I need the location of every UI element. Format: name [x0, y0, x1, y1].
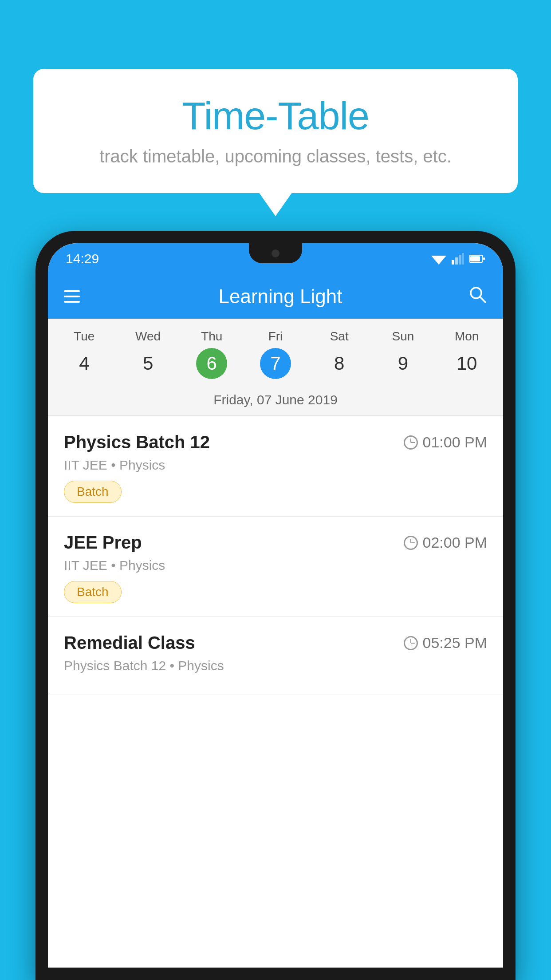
svg-line-9 [480, 297, 485, 302]
schedule-meta-3: Physics Batch 12 • Physics [64, 658, 487, 673]
hamburger-line-3 [64, 301, 80, 303]
day-10[interactable]: 10 [451, 348, 482, 379]
day-9[interactable]: 9 [387, 348, 418, 379]
schedule-title-2: JEE Prep [64, 533, 142, 553]
clock-icon-3 [404, 636, 418, 650]
time-label-3: 05:25 PM [422, 634, 487, 652]
search-icon[interactable] [468, 285, 487, 308]
day-label-mon: Mon [435, 327, 499, 346]
schedule-list: Physics Batch 12 01:00 PM IIT JEE • Phys… [48, 416, 503, 968]
svg-rect-4 [462, 253, 464, 265]
day-label-tue: Tue [52, 327, 116, 346]
svg-rect-2 [455, 257, 458, 265]
phone-inner: 14:29 [48, 243, 503, 968]
speech-bubble: Time-Table track timetable, upcoming cla… [33, 69, 518, 193]
day-8[interactable]: 8 [324, 348, 355, 379]
day-label-thu: Thu [180, 327, 244, 346]
day-5[interactable]: 5 [133, 348, 164, 379]
schedule-title-3: Remedial Class [64, 633, 195, 653]
svg-rect-6 [470, 256, 480, 261]
day-labels: Tue Wed Thu Fri Sat Sun Mon [48, 327, 503, 346]
svg-rect-7 [483, 257, 485, 260]
wifi-icon [431, 253, 446, 265]
schedule-time-3: 05:25 PM [404, 634, 487, 652]
selected-date-label: Friday, 07 June 2019 [48, 388, 503, 415]
schedule-item-1-header: Physics Batch 12 01:00 PM [64, 432, 487, 452]
day-label-fri: Fri [244, 327, 307, 346]
calendar-week: Tue Wed Thu Fri Sat Sun Mon 4 5 6 7 8 9 … [48, 319, 503, 388]
schedule-item-3-header: Remedial Class 05:25 PM [64, 633, 487, 653]
phone-frame: 14:29 [35, 231, 516, 980]
hamburger-line-1 [64, 290, 80, 292]
day-6-today[interactable]: 6 [196, 348, 227, 379]
svg-rect-1 [452, 260, 454, 265]
status-bar: 14:29 [48, 243, 503, 274]
status-time: 14:29 [66, 251, 99, 266]
signal-icon [452, 253, 464, 265]
time-label-2: 02:00 PM [422, 534, 487, 551]
day-numbers: 4 5 6 7 8 9 10 [48, 346, 503, 385]
hamburger-line-2 [64, 296, 80, 297]
schedule-time-2: 02:00 PM [404, 534, 487, 551]
notch [249, 243, 302, 263]
day-label-sun: Sun [371, 327, 435, 346]
schedule-item-2[interactable]: JEE Prep 02:00 PM IIT JEE • Physics Batc… [48, 517, 503, 617]
schedule-time-1: 01:00 PM [404, 434, 487, 451]
schedule-item-3[interactable]: Remedial Class 05:25 PM Physics Batch 12… [48, 617, 503, 695]
day-4[interactable]: 4 [69, 348, 100, 379]
schedule-meta-1: IIT JEE • Physics [64, 458, 487, 473]
schedule-item-2-header: JEE Prep 02:00 PM [64, 533, 487, 553]
schedule-title-1: Physics Batch 12 [64, 432, 210, 452]
camera-dot [272, 249, 279, 257]
schedule-item-1[interactable]: Physics Batch 12 01:00 PM IIT JEE • Phys… [48, 416, 503, 517]
battery-icon [469, 254, 485, 263]
batch-badge-1: Batch [64, 481, 122, 503]
clock-icon-1 [404, 435, 418, 450]
day-label-sat: Sat [307, 327, 371, 346]
svg-marker-0 [431, 256, 446, 265]
batch-badge-2: Batch [64, 581, 122, 603]
bubble-subtitle: track timetable, upcoming classes, tests… [60, 146, 491, 166]
bubble-title: Time-Table [60, 93, 491, 138]
clock-icon-2 [404, 536, 418, 550]
day-7-selected[interactable]: 7 [260, 348, 291, 379]
app-bar: Learning Light [48, 274, 503, 319]
hamburger-button[interactable] [64, 290, 80, 303]
speech-bubble-container: Time-Table track timetable, upcoming cla… [33, 69, 518, 193]
status-icons [431, 253, 485, 265]
app-title: Learning Light [93, 285, 468, 308]
schedule-meta-2: IIT JEE • Physics [64, 558, 487, 573]
time-label-1: 01:00 PM [422, 434, 487, 451]
day-label-wed: Wed [116, 327, 180, 346]
svg-rect-3 [459, 255, 461, 265]
